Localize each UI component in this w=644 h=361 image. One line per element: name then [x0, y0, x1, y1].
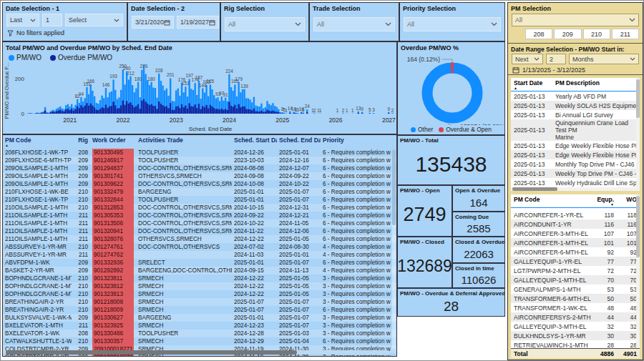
column-header-equp[interactable]: Equp.▼ [592, 196, 617, 206]
bar-data-label: 5 [369, 107, 371, 112]
table-row[interactable]: BOPHNDLGCRANE-1-MTH210901323813SRMECH202… [3, 290, 396, 298]
table-row[interactable]: ABSSURVEY-1-YR-MR2119012747622024-11-032… [3, 251, 396, 259]
table-row[interactable]: 2025-01-13Edge Weekly Flexible Hose PM -… [511, 141, 640, 150]
table-row[interactable]: RETRIEVALWINCH-1-MTH2828 [511, 340, 640, 348]
bar-overdue [249, 109, 250, 114]
column-header-activities-trade[interactable]: Activities Trade [136, 137, 232, 144]
column-header-priority[interactable]: Priority [321, 137, 391, 144]
table-row[interactable]: 211OILSAMPLE-1-MTH211901328076OTHERSVCS,… [3, 235, 396, 243]
table-row[interactable]: GALLEYEQUIP-3-MTH-EL3232 [511, 322, 640, 331]
date1-unit-select[interactable]: Select [65, 14, 123, 26]
rig-select[interactable]: All [225, 17, 305, 31]
table-row[interactable]: AIRCONREFER-1-YR-EL118118 [511, 210, 640, 219]
table-row[interactable]: TRANSFORMER-1-WK-EL4848 [511, 303, 640, 312]
range-unit-select[interactable]: Months [569, 54, 639, 64]
priority-select[interactable]: All [404, 17, 501, 31]
legend-item-overdue[interactable]: Overdue PM/WO [50, 54, 112, 61]
legend-dot [411, 127, 416, 132]
table-row[interactable]: BOPHNDLGCRANE-1-MTH210901323811SRMECH202… [3, 275, 396, 282]
rig-slicer-item-209[interactable]: 209 [554, 29, 581, 39]
table-cell: OTHERSVCS,SRMECH [136, 235, 232, 243]
date1-period-select[interactable]: Last [6, 14, 39, 26]
vertical-scrollbar[interactable] [392, 149, 396, 349]
table-row[interactable]: TRANSFORMER-6-MTH-EL5050 [511, 294, 640, 303]
table-row[interactable]: AIRCONDUNIT-1-YR116116 [511, 219, 640, 229]
table-row[interactable]: CATWALKSHUTTLE-1-WK210901330357SRMECH202… [3, 337, 396, 345]
vertical-scrollbar[interactable] [636, 194, 640, 348]
table-row[interactable]: AIRCONREFER-1-MTH-EL101101 [511, 238, 640, 247]
column-header-work-order[interactable]: Work Order [90, 137, 136, 144]
range-mode-select[interactable]: Next [512, 54, 543, 64]
table-row[interactable]: ABSSURVEY-1-YR-MR210901274761DOC-CONTROL… [3, 243, 396, 251]
table-row[interactable]: 208FLXHOSE-1-WK-TP208901330495TOOLPUSHER… [3, 149, 396, 157]
table-row[interactable]: 209OILSAMPLE-1-MTH209901294837DOC-CONTRO… [3, 164, 396, 172]
column-header-rig[interactable]: Rig [72, 137, 90, 144]
legend-item-overdue-open[interactable]: Overdue & Open [439, 126, 492, 133]
table-row[interactable]: GALLEYEQUIP-1-YR-EL7777 [511, 257, 640, 266]
table-row[interactable]: AIRCONREFER-6-MTH-EL9292 [511, 247, 640, 257]
table-cell: BARGEENG [136, 314, 232, 322]
table-row[interactable]: 211OILSAMPLE-1-MTH211901313506DOC-CONTRO… [3, 219, 396, 227]
range-count-input[interactable]: 2 [546, 54, 566, 64]
bar-overdue [167, 108, 169, 114]
table-row[interactable]: BULKSYSVALVE-1-WK-MR209901330627BARGEENG… [3, 314, 396, 322]
date-to-input[interactable]: 1/19/2027 [177, 16, 219, 29]
column-header-start-date[interactable]: Start Date▲ [511, 79, 552, 89]
pm-select[interactable]: All [512, 14, 639, 26]
table-row[interactable]: GALLEYEQUIP-1-MTH-EL7070 [511, 275, 640, 285]
rig-slicer-item-210[interactable]: 210 [583, 29, 610, 39]
bar-overdue [265, 112, 266, 114]
table-row[interactable]: 2025-01-13Monthly Top Drive PM - CJ46 - … [511, 159, 640, 169]
legend-item-pmwo[interactable]: PM/WO [9, 54, 42, 61]
table-row[interactable]: 2025-01-13Quinquennium Crane Load Test P… [511, 119, 640, 141]
rig-slicer-item-208[interactable]: 208 [525, 29, 552, 39]
table-row[interactable]: BXELEVATOR-1-WK208901330486TOOLPUSHER202… [3, 330, 396, 337]
table-row[interactable]: AIRCONREFER-3-MTH-EL107107 [511, 229, 640, 238]
table-cell: 210 [72, 204, 90, 212]
table-row[interactable]: LGT/PWRPM-2-MTH-EL7272 [511, 266, 640, 275]
table-row[interactable]: 210FLXHOSE-1-WK-BE210901332479BARGEENG20… [3, 188, 396, 196]
table-row[interactable]: GENERALPMPS-1-MTH5353 [511, 285, 640, 294]
vertical-scrollbar[interactable] [636, 78, 640, 191]
table-row[interactable]: BREATHINGAIR-2-YR210901218009SRMECH2025-… [3, 306, 396, 314]
column-header-sched-end[interactable]: Sched. End Date [277, 137, 321, 144]
trade-select[interactable]: All [313, 17, 395, 31]
table-row[interactable]: 2025-01-13Yearly AB VFD PM [511, 92, 640, 101]
horizontal-scrollbar[interactable] [6, 350, 389, 355]
table-row[interactable]: 209FLXHOSE-6-MTH-TP209901246917TOOLPUSHE… [3, 157, 396, 164]
donut-callout-overdue: 164 (0.12%) [407, 56, 440, 63]
legend-item-other[interactable]: Other [411, 126, 433, 133]
table-row[interactable]: 211OILSAMPLE-1-MTH211901320941DOC-CONTRO… [3, 227, 396, 235]
bar-data-label: 153 [182, 81, 190, 86]
table-row[interactable]: 210FLXHOSE-1-WK-TP210901332844TOOLPUSHER… [3, 196, 396, 204]
column-header-pm-code[interactable]: PM Code▲ [3, 137, 72, 147]
bar-data-label: 201 [167, 72, 175, 77]
bar-data-label: 1 [351, 108, 354, 113]
table-row[interactable]: 2025-01-13Edge Weekly Flexible Hose PM -… [511, 150, 640, 159]
table-row[interactable]: BOPHNDLGCRANE-1-MTH210901323812SRMECH202… [3, 282, 396, 290]
table-row[interactable]: 210OILSAMPLE-1-MTH210901312853DOC-CONTRO… [3, 204, 396, 212]
table-row[interactable]: 211OILSAMPLE-1-MTH211901305353DOC-CONTRO… [3, 212, 396, 219]
bar-overdue [213, 108, 215, 114]
table-row[interactable]: 2025-01-13Weekly Hydraulic Drill Line Sp… [511, 178, 640, 187]
rig-slicer-item-211[interactable]: 211 [612, 29, 639, 39]
table-row[interactable]: BXELEVATOR-1-MTH211901323925SRMECH2024-1… [3, 322, 396, 330]
date-from-input[interactable]: 3/21/2020 [132, 16, 174, 29]
table-cell: 2025-01-07 [232, 298, 277, 306]
table-row[interactable]: 2025-01-13Bi Annual LGI Survey [511, 110, 640, 119]
table-row[interactable]: ABVFDPM-1-WK209901332936SRELECT2025-01-0… [3, 259, 396, 267]
table-cell: 901218009 [90, 306, 136, 314]
horizontal-scrollbar[interactable] [511, 187, 636, 191]
table-row[interactable]: 209OILSAMPLE-1-MTH209901309622DOC-CONTRO… [3, 180, 396, 188]
table-row[interactable]: BREATHINGAIR-2-YR210901218008SRMECH2025-… [3, 298, 396, 306]
table-row[interactable]: AIRCONREFERSYS-2-MTH4444 [511, 312, 640, 322]
column-header-pm-code[interactable]: PM Code [511, 196, 592, 206]
column-header-sched-start[interactable]: Sched. Start Date [232, 137, 277, 144]
table-row[interactable]: BULKHNDLSYS-1-YR-MR3030 [511, 331, 640, 340]
table-row[interactable]: 209OILSAMPLE-1-MTH209901301741OTHERSVCS,… [3, 172, 396, 180]
date1-count-input[interactable]: 1 [42, 14, 62, 26]
column-header-pm-description[interactable]: PM Description [552, 79, 640, 89]
table-row[interactable]: 2025-01-13Weekly SOLAS H2S Equipment [511, 101, 640, 110]
table-row[interactable]: BASKET-2-YR-MR209901292892BARGEENG,DOC-C… [3, 267, 396, 275]
table-row[interactable]: 2025-01-13Weekly Top Drive PM - CJ46 - E… [511, 169, 640, 178]
